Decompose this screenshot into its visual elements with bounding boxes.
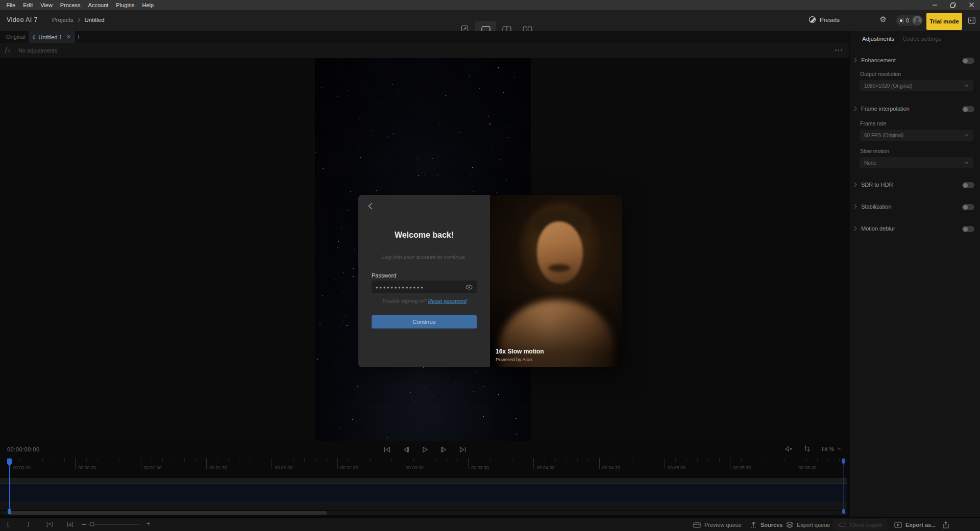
settings-gear-icon[interactable]: ⚙: [880, 15, 887, 23]
chevron-right-icon: [854, 182, 857, 187]
sources-upload-icon: [750, 521, 757, 528]
ruler-minor-tick: [250, 458, 250, 461]
ruler-minor-tick: [839, 458, 840, 461]
menu-item-plugins[interactable]: Plugins: [112, 2, 138, 8]
section-stabilization[interactable]: Stabilization: [850, 203, 980, 212]
tab-codec-settings[interactable]: Codec settings: [902, 36, 941, 42]
ruler-major-tick: [403, 458, 403, 469]
enhancement-toggle[interactable]: [962, 58, 974, 64]
mute-audio-icon[interactable]: [785, 446, 793, 452]
star: [398, 93, 399, 94]
set-out-point-button[interactable]: ]: [28, 521, 29, 527]
star: [350, 353, 350, 353]
next-frame-icon[interactable]: [439, 445, 448, 453]
timeline-zoom-out-icon[interactable]: [82, 524, 86, 525]
preview-queue-button[interactable]: Preview queue: [693, 518, 742, 531]
star: [353, 276, 354, 277]
crop-icon[interactable]: [804, 445, 811, 452]
panel-toggle-icon[interactable]: [968, 16, 976, 24]
frame-interpolation-toggle[interactable]: [962, 106, 974, 112]
minimize-icon[interactable]: [931, 2, 938, 9]
reset-password-link[interactable]: Reset password: [428, 298, 467, 304]
skip-to-start-icon[interactable]: [383, 445, 391, 453]
star: [484, 370, 484, 371]
star: [330, 164, 330, 164]
export-as-label: Export as...: [905, 522, 936, 528]
sdr-to-hdr-toggle[interactable]: [962, 182, 974, 188]
tab-adjustments[interactable]: Adjustments: [862, 36, 894, 42]
share-button[interactable]: [943, 518, 949, 531]
section-motion-deblur[interactable]: Motion deblur: [850, 224, 980, 234]
timeline-scrollbar-track[interactable]: [0, 511, 847, 515]
timeline-clip[interactable]: [0, 484, 847, 502]
star: [394, 133, 394, 134]
export-as-button[interactable]: Export as...: [894, 518, 936, 531]
playhead-bottom-grip[interactable]: [8, 509, 11, 514]
zoom-fit-dropdown[interactable]: Fit %: [822, 446, 841, 452]
section-enhancement[interactable]: Enhancement: [850, 56, 980, 65]
ruler-minor-tick: [326, 458, 327, 461]
cloud-export-button[interactable]: Cloud export: [834, 519, 887, 530]
stabilization-toggle[interactable]: [962, 204, 974, 210]
more-options-icon[interactable]: [835, 49, 842, 51]
skip-to-end-icon[interactable]: [458, 445, 467, 453]
timeline-zoom-slider[interactable]: [88, 524, 140, 525]
out-point-bottom-grip[interactable]: [842, 509, 845, 514]
slow-motion-value: None: [864, 160, 964, 166]
star: [489, 123, 491, 124]
section-sdr-to-hdr[interactable]: SDR to HDR: [850, 181, 980, 190]
tab-close-icon[interactable]: ✕: [66, 34, 71, 40]
menu-item-edit[interactable]: Edit: [19, 2, 37, 8]
back-chevron-icon[interactable]: [368, 202, 376, 210]
star: [352, 419, 353, 420]
output-resolution-dropdown[interactable]: 1080×1920 (Original): [860, 80, 973, 91]
motion-deblur-toggle[interactable]: [962, 226, 974, 232]
timeline-ruler[interactable]: 00:00:0000:00:3000:01:0000:01:3000:02:00…: [0, 458, 847, 478]
sources-button[interactable]: Sources: [750, 518, 782, 531]
timeline-zoom-in-icon[interactable]: +: [146, 520, 151, 527]
slow-motion-dropdown[interactable]: None: [860, 157, 973, 168]
breadcrumb: Projects Untitled: [52, 17, 105, 23]
presets-button[interactable]: Presets: [808, 16, 840, 23]
avatar[interactable]: [913, 16, 922, 25]
star: [342, 265, 342, 265]
account-pill[interactable]: 0: [896, 15, 923, 26]
play-icon[interactable]: [421, 445, 429, 453]
previous-frame-icon[interactable]: [402, 445, 410, 453]
tab-untitled-1[interactable]: Untitled 1 ✕: [29, 31, 75, 43]
star: [445, 391, 445, 391]
auto-trim-button[interactable]: [a]: [67, 521, 73, 527]
section-frame-interpolation[interactable]: Frame interpolation: [850, 105, 980, 114]
star: [419, 123, 420, 124]
tab-slowmo-icon: [33, 35, 35, 40]
tab-bar: Original Untitled 1 ✕ +: [0, 31, 849, 43]
show-password-eye-icon[interactable]: [465, 285, 473, 290]
clear-trim-button[interactable]: [×]: [46, 521, 53, 527]
restore-icon[interactable]: [949, 2, 957, 9]
close-icon[interactable]: [968, 2, 975, 9]
menu-item-help[interactable]: Help: [138, 2, 158, 8]
frame-rate-dropdown[interactable]: 60 FPS (Original): [860, 130, 973, 141]
menu-item-view[interactable]: View: [37, 2, 57, 8]
promo-image: 16x Slow motion Powered by Aion: [490, 195, 622, 367]
set-in-point-button[interactable]: [: [7, 521, 9, 527]
menu-item-account[interactable]: Account: [84, 2, 112, 8]
ruler-minor-tick: [86, 458, 87, 461]
ruler-minor-tick: [413, 458, 414, 461]
password-field[interactable]: ●●●●●●●●●●●●●: [372, 281, 477, 293]
trial-mode-badge[interactable]: Trial mode: [926, 13, 962, 30]
add-tab-icon[interactable]: +: [77, 33, 81, 41]
menu-item-process[interactable]: Process: [56, 2, 84, 8]
star: [432, 158, 433, 159]
output-resolution-value: 1080×1920 (Original): [864, 83, 964, 89]
ruler-minor-tick: [54, 458, 54, 461]
tab-original[interactable]: Original: [6, 34, 26, 40]
timeline-zoom-knob[interactable]: [90, 522, 94, 526]
timeline-scrollbar-thumb[interactable]: [8, 511, 327, 515]
export-queue-button[interactable]: Export queue: [786, 518, 830, 531]
ruler-minor-tick: [97, 458, 97, 461]
share-icon: [943, 521, 949, 528]
continue-button[interactable]: Continue: [372, 315, 477, 328]
breadcrumb-projects[interactable]: Projects: [52, 17, 74, 23]
menu-item-file[interactable]: File: [3, 2, 19, 8]
